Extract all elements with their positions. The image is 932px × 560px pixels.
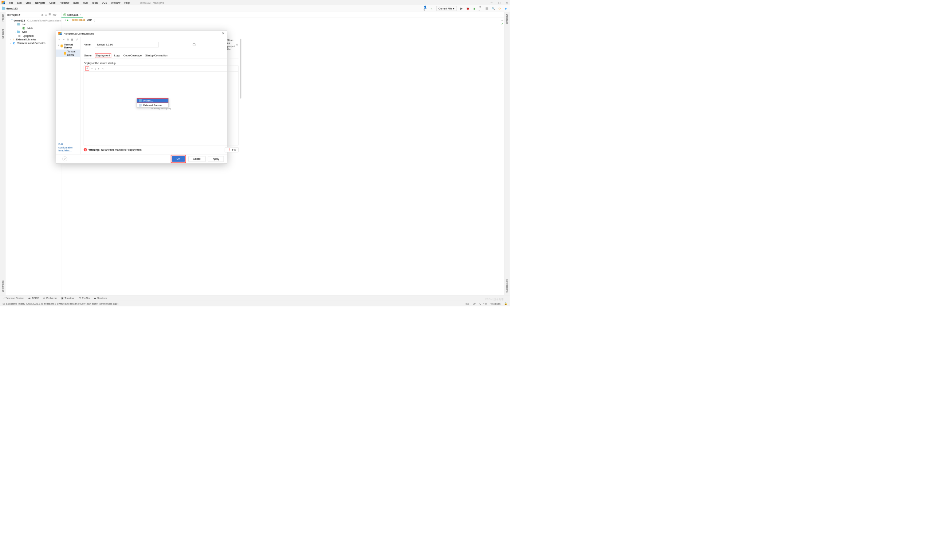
collapse-all-icon[interactable]: ≣ [48, 13, 51, 16]
scrollbar[interactable] [241, 39, 241, 98]
sidebar-tab-notifications[interactable]: Notifications [506, 279, 509, 293]
maximize-icon[interactable]: ▢ [498, 1, 501, 4]
menu-navigate[interactable]: Navigate [34, 0, 47, 5]
menu-view[interactable]: View [24, 0, 33, 5]
tool-profiler[interactable]: ⏱ Profiler [78, 297, 90, 300]
apply-button[interactable]: Apply [208, 156, 224, 162]
tab-logs[interactable]: Logs [114, 53, 120, 58]
tree-ext-libs[interactable]: ›⫴ External Libraries [7, 37, 60, 41]
coverage-icon[interactable]: ◑ [472, 6, 476, 10]
tree-main-class[interactable]: C Main [7, 26, 60, 30]
settings-updates-icon[interactable]: ⟳ [498, 6, 501, 10]
tab-coverage[interactable]: Code Coverage [123, 53, 142, 58]
select-opened-icon[interactable]: ⊕ [41, 13, 44, 16]
sidebar-tab-bookmarks[interactable]: Bookmarks [2, 280, 5, 293]
tab-startup[interactable]: Startup/Connection [145, 53, 168, 58]
expand-all-icon[interactable]: ≡ [45, 13, 46, 16]
left-sidebar: Project Structure Bookmarks [0, 12, 5, 295]
dialog-close-icon[interactable]: ✕ [222, 32, 224, 35]
sidebar-tab-structure[interactable]: Structure [2, 28, 5, 39]
sort-config-icon[interactable]: ↓ᴬ [76, 38, 78, 41]
editor-tab-main[interactable]: C Main.java × [61, 12, 83, 18]
store-as-project-checkbox[interactable]: Store as project file ⚙ [162, 39, 239, 51]
status-caret-pos[interactable]: 5:2 [466, 302, 469, 305]
breadcrumb-project[interactable]: demo123 [6, 7, 18, 10]
dialog-logo-icon [58, 32, 62, 35]
copy-config-icon[interactable]: ⧉ [67, 38, 69, 41]
tab-server[interactable]: Server [84, 53, 92, 58]
tree-gitignore[interactable]: ▦ .gitignore [7, 34, 60, 37]
project-tool-window: ▤ Project ▾ ⊕ ≡ ≣ ⚙▾ − ˅ demo123 C:\User… [5, 12, 61, 295]
fix-button[interactable]: ❗Fix [225, 148, 239, 152]
sidebar-tab-project[interactable]: Project [2, 13, 5, 22]
deploy-edit-icon[interactable]: ✎ [102, 67, 104, 70]
tool-version-control[interactable]: ⎇ Version Control [3, 297, 25, 300]
status-notification-icon[interactable]: ▭ [3, 302, 5, 305]
help-icon[interactable]: ? [62, 157, 67, 161]
status-indent[interactable]: 4 spaces [490, 302, 500, 305]
menu-run[interactable]: Run [81, 0, 89, 5]
stop-icon[interactable] [485, 6, 489, 10]
deploy-remove-icon[interactable]: − [91, 67, 93, 70]
config-group-tomcat[interactable]: ˅Tomcat Server [56, 42, 80, 49]
menu-edit[interactable]: Edit [15, 0, 23, 5]
close-tab-icon[interactable]: × [80, 13, 81, 16]
project-view-select[interactable]: ▤ Project ▾ [7, 14, 20, 16]
status-encoding[interactable]: UTF-8 [479, 302, 486, 305]
popup-artifact[interactable]: Artifact... [137, 98, 168, 103]
ide-services-icon[interactable]: ▶ [504, 6, 508, 10]
editor-menu-icon[interactable]: ⋮ [501, 19, 504, 22]
status-line-sep[interactable]: LF [473, 302, 476, 305]
tool-settings-icon[interactable]: ⚙▾ [52, 13, 56, 16]
sidebar-tab-database[interactable]: Database [506, 13, 509, 25]
edit-templates-link[interactable]: Edit configuration templates... [58, 143, 73, 152]
app-logo-icon [2, 1, 5, 5]
tree-web[interactable]: › web [7, 30, 60, 34]
tree-scratches[interactable]: ›◩ Scratches and Consoles [7, 42, 60, 45]
gutter-run-icon[interactable]: ▶ [67, 18, 68, 21]
inspection-ok-icon[interactable]: ✓ [501, 23, 503, 25]
config-item-tomcat[interactable]: Tomcat 8.5.96 [56, 49, 80, 57]
build-hammer-icon[interactable]: ⇖ [430, 6, 434, 10]
tool-services[interactable]: ◆ Services [94, 297, 107, 300]
close-window-icon[interactable]: ✕ [506, 1, 508, 4]
run-icon[interactable]: ▶ [460, 6, 463, 10]
add-config-icon[interactable]: ＋ [58, 38, 60, 42]
profile-icon[interactable]: ⏱▾ [478, 6, 482, 10]
tab-deployment[interactable]: Deployment [95, 53, 111, 58]
folder-config-icon[interactable]: ▦ [71, 38, 74, 41]
remove-config-icon[interactable]: − [63, 38, 65, 41]
tree-root[interactable]: ˅ demo123 C:\Users\a\IdeaProjects\demo1 [7, 18, 60, 22]
tool-terminal[interactable]: ▣ Terminal [61, 297, 74, 300]
deploy-up-icon[interactable]: ▴ [95, 67, 96, 70]
debug-icon[interactable]: 🐞 [466, 6, 469, 10]
user-icon[interactable]: 👤▾ [424, 6, 427, 10]
hide-panel-icon[interactable]: − [58, 13, 59, 16]
menu-tools[interactable]: Tools [90, 0, 99, 5]
deploy-empty-label: Nothing to deploy [84, 71, 238, 145]
menu-window[interactable]: Window [109, 0, 122, 5]
ok-button[interactable]: OK [172, 156, 185, 162]
minimize-icon[interactable]: ─ [491, 1, 492, 4]
menu-code[interactable]: Code [48, 0, 57, 5]
menu-build[interactable]: Build [71, 0, 81, 5]
name-label: Name: [84, 43, 91, 46]
deploy-down-icon[interactable]: ▾ [98, 67, 99, 70]
status-message[interactable]: Localized IntelliJ IDEA 2023.1 is availa… [6, 302, 118, 305]
cancel-button[interactable]: Cancel [188, 156, 205, 162]
tool-todo[interactable]: ≔ TODO [28, 297, 39, 300]
tool-problems[interactable]: ⊘ Problems [43, 297, 57, 300]
run-config-selector[interactable]: Current File ▾ [436, 6, 457, 11]
config-name-input[interactable] [95, 42, 159, 48]
gear-icon[interactable]: ⚙ [236, 43, 239, 46]
menu-vcs[interactable]: VCS [100, 0, 109, 5]
bottom-tool-bar: ⎇ Version Control ≔ TODO ⊘ Problems ▣ Te… [0, 295, 510, 300]
deploy-add-icon[interactable]: + [85, 66, 89, 71]
status-readonly-icon[interactable]: 🔓 [504, 302, 507, 305]
menu-refactor[interactable]: Refactor [57, 0, 71, 5]
tree-src[interactable]: ˅ src [7, 23, 60, 26]
menu-file[interactable]: FFileile [7, 0, 15, 5]
search-icon[interactable]: 🔍 [491, 6, 495, 10]
popup-external[interactable]: External Source... [137, 103, 168, 108]
menu-help[interactable]: Help [122, 0, 131, 5]
